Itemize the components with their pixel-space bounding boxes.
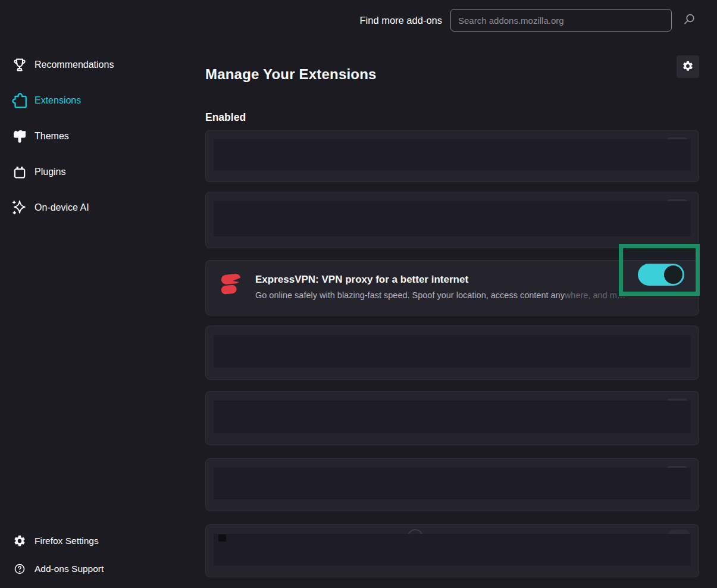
sidebar-item-add-ons-support[interactable]: Add-ons Support: [0, 555, 205, 583]
paintbrush-icon: [11, 127, 29, 145]
sidebar-item-recommendations[interactable]: Recommendations: [0, 47, 205, 83]
placeholder-extension-card[interactable]: [205, 524, 699, 577]
card-redaction-block: [214, 468, 691, 499]
card-redaction-block: [214, 139, 691, 170]
plug-icon: [11, 163, 29, 181]
sidebar-item-label: Add-ons Support: [35, 564, 104, 574]
enabled-section-heading: Enabled: [205, 111, 246, 124]
expressvpn-logo: [218, 270, 245, 298]
sidebar-item-label: Firefox Settings: [35, 536, 99, 546]
gear-icon: [13, 534, 26, 548]
sidebar-item-on-device-ai[interactable]: On-device AI: [0, 190, 205, 226]
puzzle-icon: [11, 92, 29, 110]
toggle-knob: [664, 265, 682, 284]
sidebar-item-label: Recommendations: [35, 60, 114, 70]
sidebar-item-label: Plugins: [35, 167, 65, 177]
extension-description: Go online safely with blazing-fast speed…: [255, 290, 690, 300]
card-redaction-block: [214, 201, 691, 236]
sidebar-item-themes[interactable]: Themes: [0, 118, 205, 154]
sidebar-item-label: On-device AI: [35, 202, 89, 213]
header: Find more add-ons: [360, 9, 699, 32]
card-redaction-block: [214, 335, 691, 368]
gear-icon: [682, 60, 694, 74]
redaction-square: [218, 534, 226, 542]
search-button[interactable]: [680, 11, 698, 29]
placeholder-extension-card[interactable]: [205, 192, 699, 248]
extension-toggle[interactable]: [638, 264, 684, 286]
magnifier-icon: [682, 20, 696, 29]
card-redaction-block: [214, 401, 691, 433]
sidebar-item-extensions[interactable]: Extensions: [0, 83, 205, 118]
page-title: Manage Your Extensions: [205, 66, 377, 83]
find-more-addons-label: Find more add-ons: [360, 15, 443, 26]
sidebar-footer: Firefox Settings Add-ons Support: [0, 527, 205, 583]
placeholder-extension-card[interactable]: [205, 391, 699, 445]
sidebar-item-label: Extensions: [35, 95, 81, 106]
search-input[interactable]: [450, 9, 672, 32]
card-redaction-block: [214, 534, 691, 565]
extension-card[interactable]: ExpressVPN: VPN proxy for a better inter…: [205, 260, 699, 315]
tools-for-all-addons-button[interactable]: [677, 55, 699, 78]
trophy-icon: [11, 56, 29, 74]
sparkle-icon: [11, 199, 29, 217]
sidebar-item-firefox-settings[interactable]: Firefox Settings: [0, 527, 205, 555]
placeholder-extension-card[interactable]: [205, 130, 699, 182]
sidebar-item-plugins[interactable]: Plugins: [0, 154, 205, 190]
question-icon: [13, 562, 26, 576]
placeholder-extension-card[interactable]: [205, 326, 699, 380]
placeholder-extension-card[interactable]: [205, 458, 699, 511]
extension-name[interactable]: ExpressVPN: VPN proxy for a better inter…: [255, 274, 468, 286]
sidebar-item-label: Themes: [35, 131, 69, 142]
category-sidebar: Recommendations Extensions Themes Plugin…: [0, 47, 205, 226]
